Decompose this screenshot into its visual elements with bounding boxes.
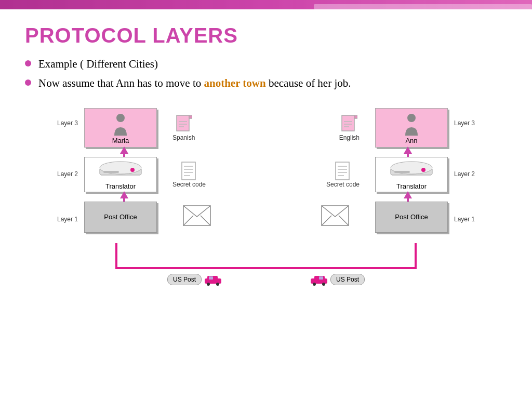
ann-person-icon	[403, 113, 420, 136]
bottom-line-left	[115, 243, 117, 269]
svg-point-40	[207, 283, 210, 286]
left-truck-area: US Post	[167, 273, 222, 286]
right-layer1-label: Layer 1	[454, 216, 475, 223]
left-arrow-up-1-head	[120, 147, 128, 154]
right-car-icon	[310, 273, 328, 286]
right-translator-icon	[388, 161, 435, 179]
right-post-office-box: Post Office	[375, 202, 448, 233]
svg-point-5	[407, 114, 416, 122]
svg-rect-22	[182, 162, 195, 180]
left-arrow-up-2-head	[120, 191, 128, 198]
svg-point-46	[322, 283, 325, 286]
bullet-dot-1	[25, 60, 31, 66]
secret-code-left-area: Secret code	[172, 161, 206, 188]
left-layer2-label: Layer 2	[57, 170, 78, 178]
svg-point-0	[116, 114, 125, 122]
page-content: PROTOCOL LAYERS Example ( Different Citi…	[0, 9, 532, 399]
maria-person-icon	[112, 113, 129, 136]
envelope-right-icon	[321, 205, 349, 226]
svg-point-45	[313, 283, 316, 286]
english-label: English	[339, 134, 360, 141]
bullet-text-1: Example ( Different Cities)	[38, 57, 158, 72]
top-bar	[0, 0, 532, 9]
ann-label: Ann	[379, 137, 444, 144]
page-title: PROTOCOL LAYERS	[25, 24, 507, 47]
left-car-icon	[204, 273, 222, 286]
bullet-text-2: Now assume that Ann has to move to anoth…	[38, 76, 351, 91]
left-us-post-box: US Post	[167, 274, 202, 285]
left-layer3-label: Layer 3	[57, 119, 78, 127]
svg-rect-9	[394, 171, 410, 173]
svg-rect-27	[336, 162, 349, 180]
secret-code-left-icon	[181, 161, 197, 181]
left-translator-label: Translator	[88, 182, 153, 190]
spanish-doc-icon	[176, 114, 192, 134]
right-post-office-label: Post Office	[395, 213, 428, 221]
diagram: Layer 3 Maria Layer 2	[84, 104, 448, 296]
right-layer3-label: Layer 3	[454, 119, 475, 127]
svg-rect-47	[319, 276, 323, 280]
svg-rect-42	[209, 276, 213, 280]
envelope-left-icon	[183, 205, 211, 226]
right-us-post-box: US Post	[330, 274, 365, 285]
spanish-label: Spanish	[172, 134, 195, 141]
right-translator-label: Translator	[379, 182, 444, 190]
bullet-text-2-highlight: another town	[204, 77, 265, 89]
right-arrow-up-2-head	[404, 191, 412, 198]
left-post-office-label: Post Office	[104, 213, 137, 221]
svg-point-8	[421, 168, 425, 172]
spanish-doc-area: Spanish	[172, 114, 195, 141]
right-arrow-up-1-head	[404, 147, 412, 154]
english-doc-area: English	[339, 114, 360, 141]
bullet-dot-2	[25, 79, 31, 86]
left-post-office-box: Post Office	[84, 202, 157, 233]
maria-label: Maria	[88, 137, 153, 144]
envelope-right	[321, 205, 349, 228]
bullet-item-1: Example ( Different Cities)	[25, 57, 507, 72]
svg-rect-18	[354, 115, 357, 118]
bottom-line-right	[415, 243, 417, 269]
secret-code-right-label: Secret code	[326, 181, 360, 188]
left-translator-box: Translator	[84, 157, 157, 192]
right-us-post-label: US Post	[336, 276, 359, 283]
left-maria-box: Maria	[84, 108, 157, 148]
svg-point-3	[130, 168, 135, 172]
secret-code-left-label: Secret code	[172, 181, 206, 188]
bullet-list: Example ( Different Cities) Now assume t…	[25, 57, 507, 91]
left-translator-icon	[97, 161, 144, 179]
bullet-text-2-before: Now assume that Ann has to move to	[38, 77, 204, 89]
secret-code-right-icon	[335, 161, 351, 181]
envelope-left	[183, 205, 211, 228]
svg-rect-4	[103, 171, 119, 173]
svg-rect-12	[189, 115, 192, 118]
svg-rect-16	[342, 115, 354, 131]
left-layer1-label: Layer 1	[57, 216, 78, 223]
svg-point-41	[216, 283, 219, 286]
bullet-text-2-after: because of her job.	[266, 77, 351, 89]
bottom-line	[115, 267, 417, 269]
secret-code-right-area: Secret code	[326, 161, 360, 188]
right-ann-box: Ann	[375, 108, 448, 148]
bullet-item-2: Now assume that Ann has to move to anoth…	[25, 76, 507, 91]
right-truck-area: US Post	[310, 273, 365, 286]
right-translator-box: Translator	[375, 157, 448, 192]
top-bar-accent	[314, 4, 532, 9]
english-doc-icon	[341, 114, 357, 134]
left-us-post-label: US Post	[173, 276, 196, 283]
right-layer2-label: Layer 2	[454, 170, 475, 178]
svg-rect-10	[177, 115, 189, 131]
